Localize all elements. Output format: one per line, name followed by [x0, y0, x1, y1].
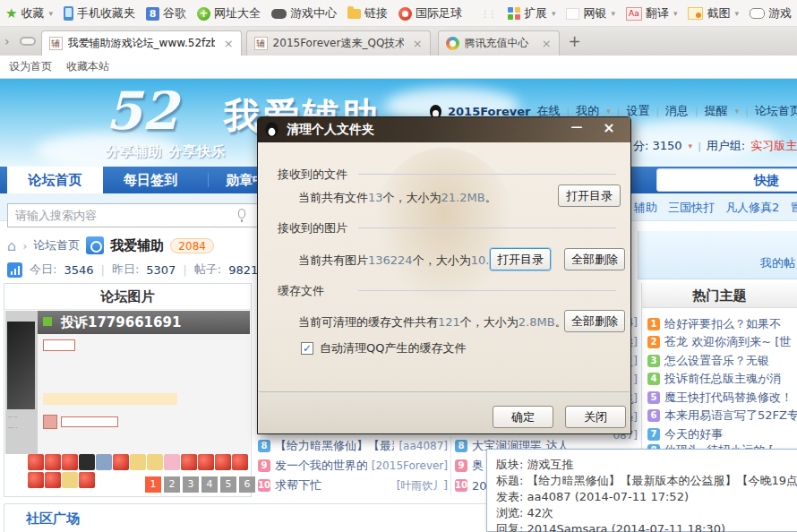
- topic-title[interactable]: 苍龙 欢迎你滴到来~ [世: [664, 334, 791, 350]
- sticker-thumb[interactable]: [164, 454, 180, 470]
- delete-all-button-images[interactable]: 全部删除: [564, 248, 625, 270]
- page-button[interactable]: 2: [164, 476, 180, 493]
- fav-game-center[interactable]: 游戏中心: [266, 0, 342, 27]
- hot-link[interactable]: 三国快打: [668, 200, 715, 216]
- sticker-thumb[interactable]: [45, 472, 61, 488]
- hot-topic-row[interactable]: 2苍龙 欢迎你滴到来~ [世: [647, 334, 791, 350]
- my-posts-link[interactable]: 我的帖: [760, 255, 795, 271]
- sticker-thumb[interactable]: [79, 472, 95, 488]
- set-homepage-link[interactable]: 设为首页: [9, 59, 52, 74]
- open-folder-button-files[interactable]: 打开目录: [558, 184, 621, 207]
- fav-football[interactable]: 国际足球: [393, 0, 467, 27]
- sticker-thumb[interactable]: [45, 454, 61, 470]
- hot-topic-row[interactable]: 7今天的好事: [647, 426, 723, 442]
- nav-forum-home[interactable]: 论坛首页: [7, 167, 103, 193]
- auto-clean-checkbox[interactable]: ✓ 自动清理QQ产生的缓存文件: [301, 340, 466, 356]
- dialog-titlebar[interactable]: 清理个人文件夹 — ×: [258, 117, 630, 142]
- forum-image-preview[interactable]: -- -- --- - 投诉1779661691: [5, 311, 250, 454]
- fav-links-folder[interactable]: 链接: [342, 0, 393, 27]
- sticker-thumb[interactable]: [113, 454, 129, 470]
- sticker-thumb[interactable]: [62, 472, 78, 488]
- usergroup-value[interactable]: 实习版主: [750, 138, 797, 154]
- thread-author[interactable]: [2015Forever]: [372, 459, 448, 472]
- sticker-thumb[interactable]: [62, 454, 78, 470]
- topic-title[interactable]: 魔王快打代码替换修改！: [664, 390, 793, 406]
- page-button[interactable]: 1: [145, 476, 161, 493]
- bookmark-site-link[interactable]: 收藏本站: [66, 59, 109, 74]
- close-icon[interactable]: ×: [596, 119, 621, 137]
- sticker-thumb[interactable]: [198, 454, 214, 470]
- page-button[interactable]: 3: [183, 476, 199, 493]
- thread-row[interactable]: 8 【给力暗黑修仙】【最新 [aa4087]: [258, 438, 448, 454]
- hot-topic-row[interactable]: 1给好评要扣么？如果不: [647, 316, 781, 332]
- sticker-thumb[interactable]: [28, 472, 44, 488]
- tab-forum[interactable]: 辅我爱辅助游戏论坛_www.52fzb×: [41, 30, 242, 56]
- quick-nav-button[interactable]: 快捷: [656, 168, 797, 192]
- hot-link[interactable]: 冒险契: [790, 200, 797, 216]
- tab-tencent-pay[interactable]: 腾讯充值中心×: [438, 30, 560, 56]
- hot-topic-row[interactable]: 6本来用易语言写了52FZ专: [647, 408, 797, 424]
- tab-qq-tech[interactable]: 辅2015Forever速来_QQ技术_我爱×: [246, 30, 431, 56]
- menu-alerts[interactable]: 提醒: [705, 103, 728, 119]
- menu-messages[interactable]: 消息: [665, 103, 689, 119]
- hot-link[interactable]: 辅助: [634, 200, 657, 216]
- close-tab-icon[interactable]: ×: [542, 37, 552, 50]
- caret-icon: ▾: [734, 9, 739, 18]
- page-button[interactable]: 5: [220, 476, 236, 493]
- extensions-button[interactable]: 扩展▾: [502, 0, 561, 27]
- thread-row[interactable]: 9 发一个我的世界的图 [2015Forever]: [258, 458, 448, 474]
- chevron-right-icon[interactable]: ›: [0, 27, 14, 56]
- home-icon[interactable]: ⌂: [7, 237, 16, 254]
- topic-title[interactable]: 投诉前任总版主魂が消: [664, 371, 781, 387]
- minimize-icon[interactable]: —: [564, 119, 589, 137]
- ok-button[interactable]: 确定: [493, 406, 553, 428]
- page-button[interactable]: 4: [201, 476, 218, 493]
- favorites-menu[interactable]: ★收藏▾: [0, 0, 58, 27]
- thread-author[interactable]: [叶雨饮丿]: [397, 478, 448, 493]
- hot-link[interactable]: 凡人修真2: [725, 200, 779, 216]
- close-tab-icon[interactable]: ×: [413, 37, 423, 50]
- hot-topic-row[interactable]: 5魔王快打代码替换修改！: [647, 390, 793, 406]
- thread-row[interactable]: 10 求帮下忙 [叶雨饮丿]: [258, 477, 448, 493]
- breadcrumb-forum-name[interactable]: 我爱辅助: [110, 237, 164, 254]
- search-input[interactable]: [7, 203, 258, 227]
- thread-title[interactable]: 发一个我的世界的图: [275, 458, 367, 474]
- screenshot-button[interactable]: 截图▾: [682, 0, 744, 27]
- score-label[interactable]: 分: 3150: [633, 138, 682, 154]
- sticker-thumb[interactable]: [130, 454, 146, 470]
- menu-admin[interactable]: 论坛首页管理: [755, 103, 797, 119]
- topic-title[interactable]: 给好评要扣么？如果不: [664, 316, 781, 332]
- fav-mobile-bookmarks[interactable]: 手机收藏夹: [58, 0, 141, 27]
- sticker-thumb[interactable]: [96, 454, 112, 470]
- translate-button[interactable]: Aa翻译▾: [621, 0, 683, 27]
- open-folder-button-images[interactable]: 打开目录: [490, 248, 551, 270]
- close-tab-icon[interactable]: ×: [224, 37, 234, 50]
- close-button[interactable]: 关闭: [565, 406, 626, 428]
- thread-title[interactable]: 【给力暗黑修仙】【最新: [275, 438, 394, 454]
- fav-google[interactable]: 8谷歌: [141, 0, 192, 27]
- thread-author[interactable]: [aa4087]: [398, 440, 448, 452]
- nav-daily-signin[interactable]: 每日签到: [124, 167, 177, 193]
- sticker-thumb[interactable]: [181, 454, 197, 470]
- checkbox-icon[interactable]: ✓: [301, 342, 313, 355]
- sticker-thumb[interactable]: [147, 454, 163, 470]
- sticker-thumb[interactable]: [232, 454, 248, 470]
- topic-title[interactable]: 怎么设置音乐？无银: [664, 353, 769, 369]
- thread-title[interactable]: 求帮下忙: [275, 477, 392, 493]
- hot-topic-row[interactable]: 3怎么设置音乐？无银: [647, 353, 769, 369]
- hot-topic-row[interactable]: 4投诉前任总版主魂が消: [647, 371, 781, 387]
- sticker-thumb[interactable]: [79, 454, 95, 470]
- breadcrumb-forum-home[interactable]: 论坛首页: [33, 237, 80, 253]
- ebank-button[interactable]: 网银▾: [561, 0, 621, 27]
- sticker-thumb[interactable]: [215, 454, 231, 470]
- topic-title[interactable]: 今天的好事: [664, 426, 723, 442]
- fav-site-nav[interactable]: +网址大全: [192, 0, 266, 27]
- games-button[interactable]: 游戏: [744, 0, 797, 27]
- new-tab-button[interactable]: +: [560, 28, 590, 55]
- mic-icon[interactable]: [238, 209, 245, 219]
- sticker-thumb[interactable]: [28, 454, 44, 470]
- cloud-sync-icon[interactable]: [20, 37, 36, 46]
- page-button[interactable]: 6: [239, 476, 255, 493]
- topic-title[interactable]: 本来用易语言写了52FZ专: [664, 408, 797, 424]
- delete-all-button-cache[interactable]: 全部删除: [564, 310, 625, 332]
